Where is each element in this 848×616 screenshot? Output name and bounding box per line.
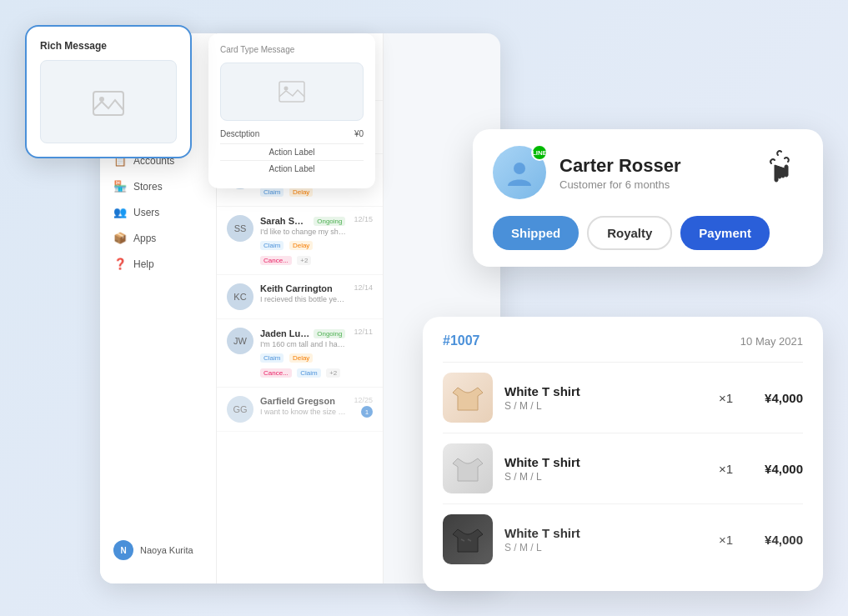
stores-icon: 🏪 [113, 180, 127, 193]
chat-name: Keith Carrington [260, 283, 347, 293]
sidebar-user-name: Naoya Kurita [140, 545, 193, 555]
chat-preview: I want to know the size that th... [260, 408, 347, 416]
action-label-2[interactable]: Action Label [220, 160, 364, 177]
sidebar-item-label-stores: Stores [133, 181, 163, 193]
line-badge: LINE [531, 144, 548, 161]
tag-cancel: Cance... [260, 368, 292, 378]
item-image [443, 443, 493, 493]
svg-point-3 [284, 87, 289, 91]
card-description: Desctption [220, 129, 259, 138]
tag-more: +2 [326, 368, 340, 378]
apps-icon: 📦 [113, 232, 127, 244]
item-price: ¥4,000 [745, 462, 803, 476]
chat-preview: I'd like to change my sheet ad... [260, 228, 347, 236]
chat-time: 12/15 [354, 215, 373, 223]
item-variants: S / M / L [504, 542, 707, 553]
item-variants: S / M / L [504, 400, 707, 412]
sidebar-user[interactable]: N Naoya Kurita [100, 533, 217, 567]
tag-delay: Delay [289, 188, 313, 197]
card-price: ¥0 [354, 129, 364, 138]
card-image-placeholder-icon [278, 78, 305, 105]
customer-name: Carter Rosser [559, 155, 748, 177]
order-date: 10 May 2021 [740, 335, 803, 348]
sidebar-item-apps[interactable]: 📦 Apps [100, 225, 216, 251]
customer-card: LINE Carter Rosser Customer for 6 months… [473, 129, 823, 267]
item-price: ¥4,000 [745, 533, 803, 547]
tag-claim: Claim [260, 353, 284, 363]
chat-time: 12/14 [354, 283, 373, 292]
payment-button[interactable]: Payment [680, 216, 770, 250]
list-item[interactable]: SS Sarah Smythe Ongoing I'd like to chan… [217, 207, 383, 275]
svg-point-4 [514, 163, 525, 174]
tag-claim2: Claim [297, 368, 320, 378]
order-item: White T shirt S / M / L ×1 ¥4,000 [443, 362, 803, 433]
tshirt-icon [451, 381, 484, 414]
sidebar-item-label-apps: Apps [133, 233, 156, 244]
chat-name: Sarah Smythe [260, 216, 310, 226]
sidebar-item-stores[interactable]: 🏪 Stores [100, 173, 216, 199]
chat-preview: I'm 160 cm tall and I have a wi... [260, 340, 347, 348]
sidebar-item-label-help: Help [133, 258, 154, 270]
sidebar-item-help[interactable]: ❓ Help [100, 251, 216, 277]
item-qty: ×1 [719, 533, 733, 547]
action-label-1[interactable]: Action Label [220, 143, 364, 160]
tag-cancel: Cance... [260, 256, 292, 265]
tag-ongoing: Ongoing [314, 329, 345, 338]
action-buttons: Shipped Royalty Payment [493, 216, 803, 250]
tshirt-icon [451, 523, 484, 556]
avatar: SS [227, 215, 253, 242]
list-item[interactable]: GG Garfield Gregson I want to know the s… [217, 388, 383, 432]
tag-more: +2 [297, 256, 311, 265]
order-card: #1007 10 May 2021 White T shirt S / M / … [423, 317, 823, 591]
avatar: JW [227, 328, 253, 354]
avatar: N [113, 540, 133, 560]
tshirt-icon [451, 452, 484, 485]
sidebar-item-users[interactable]: 👥 Users [100, 199, 216, 225]
item-name: White T shirt [504, 455, 707, 469]
main-container: Account 📋 Accounts 🏪 Stores 👥 Users 📦 Ap… [0, 0, 848, 616]
item-qty: ×1 [719, 462, 733, 476]
card-type-card: Card Type Message Desctption ¥0 Action L… [208, 33, 375, 188]
rich-message-image [40, 60, 177, 143]
item-image [443, 373, 493, 423]
tag-ongoing: Ongoing [314, 217, 345, 226]
tag-delay: Delay [289, 241, 313, 250]
avatar: KC [227, 283, 253, 310]
tag-delay: Delay [289, 353, 313, 363]
unread-badge: 1 [361, 406, 373, 418]
item-price: ¥4,000 [745, 391, 803, 405]
order-item: White T shirt S / M / L ×1 ¥4,000 [443, 433, 803, 503]
image-placeholder-icon [92, 85, 125, 118]
item-image [443, 514, 493, 564]
rich-message-title: Rich Message [40, 40, 177, 52]
chat-name: Garfield Gregson [260, 396, 347, 406]
item-name: White T shirt [504, 384, 707, 398]
cursor-click-icon [761, 148, 803, 197]
shipped-button[interactable]: Shipped [493, 216, 579, 250]
item-name: White T shirt [504, 526, 707, 540]
svg-rect-2 [279, 82, 304, 102]
chat-preview: I recieved this bottle yesterday... [260, 295, 347, 303]
users-icon: 👥 [113, 206, 127, 218]
rich-message-card: Rich Message [25, 25, 192, 158]
tag-claim: Claim [260, 241, 284, 250]
help-icon: ❓ [113, 258, 127, 270]
order-item: White T shirt S / M / L ×1 ¥4,000 [443, 503, 803, 574]
card-type-image [220, 63, 364, 121]
tag-claim: Claim [260, 188, 284, 197]
customer-avatar: LINE [493, 146, 546, 199]
customer-since: Customer for 6 months [559, 178, 748, 191]
sidebar-item-label-users: Users [133, 207, 159, 218]
list-item[interactable]: JW Jaden Ludovic Willis Ongoing I'm 160 … [217, 319, 383, 388]
item-qty: ×1 [719, 391, 733, 405]
order-id: #1007 [443, 333, 480, 348]
person-icon [504, 158, 534, 188]
item-variants: S / M / L [504, 471, 707, 483]
card-type-title: Card Type Message [220, 45, 364, 54]
chat-time: 12/11 [354, 328, 373, 336]
avatar: GG [227, 396, 253, 423]
list-item[interactable]: KC Keith Carrington I recieved this bott… [217, 275, 383, 319]
chat-name: Jaden Ludovic Willis [260, 328, 310, 338]
royalty-button[interactable]: Royalty [587, 216, 672, 250]
chat-time: 12/25 [354, 396, 373, 404]
